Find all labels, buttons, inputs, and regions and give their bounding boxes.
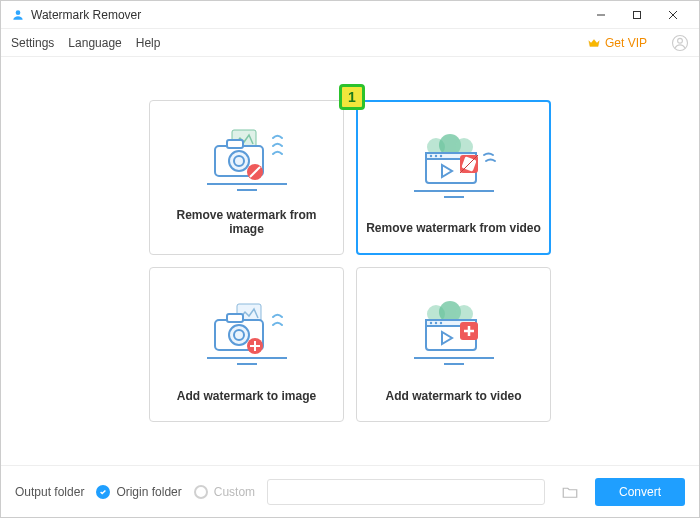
convert-button[interactable]: Convert — [595, 478, 685, 506]
radio-origin-folder[interactable]: Origin folder — [96, 485, 181, 499]
step-callout-label: 1 — [348, 89, 356, 105]
maximize-button[interactable] — [619, 1, 655, 29]
browse-folder-button[interactable] — [557, 479, 583, 505]
step-callout-1: 1 — [339, 84, 365, 110]
card-add-watermark-video[interactable]: Add watermark to video — [356, 267, 551, 422]
svg-point-21 — [429, 154, 431, 156]
minimize-button[interactable] — [583, 1, 619, 29]
close-button[interactable] — [655, 1, 691, 29]
card-remove-watermark-image[interactable]: Remove watermark from image — [149, 100, 344, 255]
action-grid: 1 Remove watermark from i — [149, 100, 551, 422]
card-label: Remove watermark from image — [158, 208, 335, 236]
camera-remove-icon — [158, 111, 335, 202]
menu-language[interactable]: Language — [68, 36, 121, 50]
user-avatar-icon[interactable] — [671, 34, 689, 52]
svg-point-33 — [229, 325, 249, 345]
app-title: Watermark Remover — [31, 8, 141, 22]
svg-point-46 — [434, 321, 436, 323]
radio-unchecked-icon — [194, 485, 208, 499]
film-add-icon — [365, 278, 542, 383]
svg-rect-2 — [634, 11, 641, 18]
get-vip-label: Get VIP — [605, 36, 647, 50]
card-remove-watermark-video[interactable]: Remove watermark from video — [356, 100, 551, 255]
svg-point-23 — [439, 154, 441, 156]
camera-add-icon — [158, 278, 335, 383]
main-area: 1 Remove watermark from i — [1, 57, 699, 465]
menu-help[interactable]: Help — [136, 36, 161, 50]
app-icon — [11, 8, 25, 22]
film-remove-icon — [366, 112, 541, 215]
svg-point-45 — [429, 321, 431, 323]
svg-rect-9 — [227, 140, 243, 148]
radio-checked-icon — [96, 485, 110, 499]
custom-folder-label: Custom — [214, 485, 255, 499]
origin-folder-label: Origin folder — [116, 485, 181, 499]
svg-point-6 — [678, 38, 683, 43]
output-folder-label: Output folder — [15, 485, 84, 499]
menu-settings[interactable]: Settings — [11, 36, 54, 50]
card-add-watermark-image[interactable]: Add watermark to image — [149, 267, 344, 422]
crown-icon — [587, 36, 601, 50]
card-label: Add watermark to video — [385, 389, 521, 403]
window-controls — [583, 1, 691, 29]
title-bar: Watermark Remover — [1, 1, 699, 29]
svg-point-22 — [434, 154, 436, 156]
card-label: Remove watermark from video — [366, 221, 541, 235]
radio-custom-folder[interactable]: Custom — [194, 485, 255, 499]
get-vip-button[interactable]: Get VIP — [587, 36, 647, 50]
card-label: Add watermark to image — [177, 389, 316, 403]
output-path-input[interactable] — [267, 479, 545, 505]
bottom-bar: Output folder Origin folder Custom Conve… — [1, 465, 699, 517]
svg-point-47 — [439, 321, 441, 323]
svg-rect-32 — [227, 314, 243, 322]
svg-point-10 — [229, 151, 249, 171]
menu-bar: Settings Language Help Get VIP — [1, 29, 699, 57]
svg-point-0 — [16, 10, 21, 15]
